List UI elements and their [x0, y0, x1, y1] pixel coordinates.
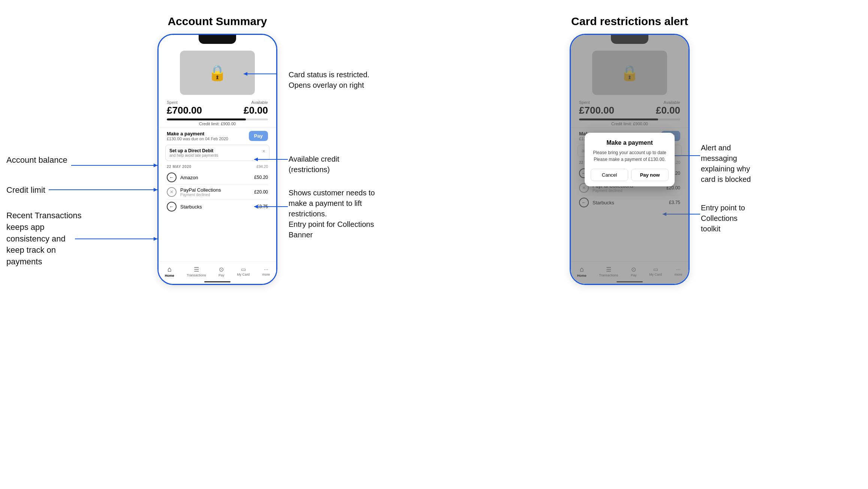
transaction-amount-amazon: £50.20 — [254, 175, 268, 180]
transaction-total: £94.20 — [256, 165, 268, 169]
card-status-label: Card status is restricted. Opens overlay… — [289, 69, 370, 90]
payment-title: Make a payment — [167, 131, 228, 136]
transaction-item: ← Amazon £50.20 — [167, 170, 268, 185]
right-phone-frame: 🔒 Spent £700.00 Available £0.00 C — [570, 34, 690, 285]
modal-cancel-button[interactable]: Cancel — [591, 169, 628, 181]
card-visual: 🔒 — [180, 51, 255, 95]
svg-marker-5 — [154, 237, 157, 241]
available-credit-arrow — [288, 159, 289, 160]
account-balance-label: Account balance — [6, 155, 67, 165]
entry-point-arrow — [700, 214, 701, 214]
card-area: 🔒 — [159, 47, 276, 98]
transaction-amount-paypal: £20.00 — [254, 189, 268, 195]
modal-box: Make a payment Please bring your account… — [585, 133, 675, 186]
svg-marker-1 — [154, 164, 157, 167]
shows-customer-label: Shows customer needs to make a payment t… — [289, 188, 375, 240]
direct-debit-banner: Set up a Direct Debit and help avoid lat… — [165, 145, 269, 161]
close-button[interactable]: × — [262, 148, 265, 154]
nav-transactions[interactable]: ☰ Transactions — [187, 266, 206, 277]
payment-info: Make a payment £130.00 was due on 04 Feb… — [167, 131, 228, 141]
modal-confirm-button[interactable]: Pay now — [631, 169, 669, 181]
transaction-name-starbucks: Starbucks — [180, 204, 257, 210]
entry-point-label: Entry point to Collections toolkit — [701, 202, 745, 234]
transaction-name-paypal: PayPal Collections — [180, 187, 254, 193]
payment-section: Make a payment £130.00 was due on 04 Feb… — [159, 128, 276, 144]
nav-my-card[interactable]: ▭ My Card — [237, 266, 250, 276]
account-balance-arrow — [71, 165, 161, 166]
transaction-icon-amazon: ← — [167, 172, 177, 182]
available-label: Available — [244, 100, 268, 105]
credit-limit-label: Credit limit — [6, 185, 45, 195]
transaction-date: 22 MAY 2020 — [167, 165, 192, 169]
nav-more[interactable]: ··· more — [262, 266, 270, 276]
card-status-arrow — [277, 74, 281, 74]
transaction-name-amazon: Amazon — [180, 175, 254, 180]
modal-buttons: Cancel Pay now — [591, 169, 669, 181]
alert-messaging-label: Alert and messaging explaining why card … — [701, 142, 751, 184]
available-amount: £0.00 — [244, 105, 268, 116]
transaction-icon-starbucks: ← — [167, 202, 177, 212]
left-section-title: Account Summary — [157, 15, 277, 28]
payment-subtitle: £130.00 was due on 04 Feb 2020 — [167, 136, 228, 141]
transaction-date-row: 22 MAY 2020 £94.20 — [167, 165, 268, 169]
recent-transactions-label: Recent Transactions keeps app consistenc… — [6, 210, 82, 268]
right-section-title: Card restrictions alert — [570, 15, 690, 28]
direct-debit-text: Set up a Direct Debit and help avoid lat… — [169, 148, 218, 158]
available-col: Available £0.00 — [244, 100, 268, 116]
direct-debit-title: Set up a Direct Debit — [169, 148, 218, 153]
progress-fill — [167, 118, 246, 120]
transaction-icon-paypal: ✕ — [167, 187, 177, 197]
transactions-section: 22 MAY 2020 £94.20 ← Amazon £50.20 ✕ Pay… — [159, 163, 276, 214]
nav-home[interactable]: ⌂ Home — [165, 266, 174, 278]
spent-label: Spent — [167, 100, 202, 105]
progress-track — [167, 118, 268, 120]
direct-debit-subtitle: and help avoid late payments — [169, 153, 218, 158]
phone-notch — [199, 35, 236, 44]
modal-overlay: Make a payment Please bring your account… — [571, 35, 688, 284]
modal-body: Please bring your account up to date Ple… — [591, 149, 669, 163]
transaction-item-paypal: ✕ PayPal Collections Payment declined £2… — [167, 185, 268, 200]
modal-title: Make a payment — [591, 140, 669, 146]
credit-limit-label: Credit limit: £900.00 — [167, 122, 268, 126]
shows-customer-arrow — [288, 206, 289, 207]
lock-icon: 🔒 — [208, 64, 227, 82]
transaction-info-paypal: PayPal Collections Payment declined — [180, 187, 254, 197]
transaction-item-starbucks: ← Starbucks £3.75 — [167, 200, 268, 214]
right-phone-content: 🔒 Spent £700.00 Available £0.00 C — [571, 35, 688, 284]
credit-limit-arrow — [49, 189, 161, 190]
progress-bar-section: Credit limit: £900.00 — [159, 117, 276, 128]
pay-button[interactable]: Pay — [249, 131, 268, 141]
svg-marker-3 — [154, 188, 157, 192]
nav-pay[interactable]: ⊙ Pay — [218, 266, 224, 277]
bottom-nav: ⌂ Home ☰ Transactions ⊙ Pay ▭ My Card ··… — [159, 261, 276, 284]
spent-col: Spent £700.00 — [167, 100, 202, 116]
spent-amount: £700.00 — [167, 105, 202, 116]
home-indicator — [204, 281, 230, 282]
balance-row: Spent £700.00 Available £0.00 — [159, 98, 276, 117]
alert-messaging-arrow — [700, 155, 701, 156]
recent-transactions-arrow — [75, 238, 161, 239]
available-credit-label: Available credit (restrictions) — [289, 154, 339, 175]
transaction-sub-paypal: Payment declined — [180, 193, 254, 197]
